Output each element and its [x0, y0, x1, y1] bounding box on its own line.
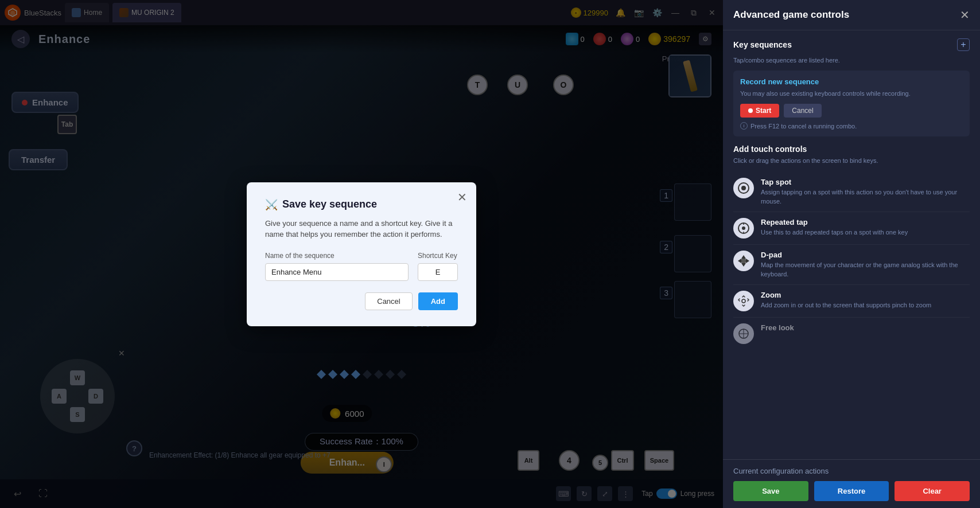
f12-hint: i Press F12 to cancel a running combo.: [740, 122, 963, 130]
game-area: BlueStacks Home MU ORIGIN 2 ● 129990 🔔 📷…: [0, 0, 723, 508]
tap-spot-icon: [733, 178, 754, 198]
clear-config-btn[interactable]: Clear: [895, 481, 970, 501]
repeated-tap-desc: Use this to add repeated taps on a spot …: [761, 228, 970, 237]
freelook-icon: [733, 323, 754, 344]
panel-title: Advanced game controls: [733, 9, 849, 21]
dpad-icon: [733, 251, 754, 271]
freelook-name: Free look: [761, 323, 970, 332]
svg-marker-11: [746, 259, 749, 263]
restore-config-btn[interactable]: Restore: [814, 481, 889, 501]
sequence-name-input[interactable]: [265, 263, 409, 281]
zoom-name: Zoom: [761, 291, 970, 299]
modal-description: Give your sequence a name and a shortcut…: [265, 218, 458, 240]
repeated-tap-icon: [733, 218, 754, 239]
tap-spot-info: Tap spot Assign tapping on a spot with t…: [761, 178, 970, 206]
modal-form: Name of the sequence Shortcut Key: [265, 252, 458, 281]
control-zoom[interactable]: Zoom Add zoom in or out to the screen th…: [733, 285, 970, 318]
info-icon: i: [740, 122, 748, 130]
control-dpad[interactable]: D-pad Map the movement of your character…: [733, 245, 970, 285]
dpad-desc: Map the movement of your character or th…: [761, 261, 970, 279]
modal-close-btn[interactable]: ✕: [457, 190, 467, 204]
svg-point-13: [742, 299, 745, 303]
cca-title: Current configuration actions: [733, 467, 970, 475]
add-touch-controls-desc: Click or drag the actions on the screen …: [733, 157, 970, 164]
modal-actions: Cancel Add: [265, 292, 458, 310]
cancel-recording-btn[interactable]: Cancel: [784, 104, 821, 118]
svg-marker-9: [741, 263, 746, 267]
modal-icon: ⚔️: [265, 198, 278, 211]
panel-body: Key sequences + Tap/combo sequences are …: [723, 30, 980, 459]
freelook-info: Free look: [761, 323, 970, 334]
tap-spot-name: Tap spot: [761, 178, 970, 186]
zoom-desc: Add zoom in or out to the screen that su…: [761, 301, 970, 310]
key-sequences-desc: Tap/combo sequences are listed here.: [733, 57, 970, 64]
key-sequences-title: Key sequences: [733, 40, 792, 49]
zoom-icon: [733, 291, 754, 311]
record-box: Record new sequence You may also use exi…: [733, 71, 970, 136]
svg-point-5: [742, 226, 745, 230]
name-label: Name of the sequence: [265, 252, 409, 260]
zoom-info: Zoom Add zoom in or out to the screen th…: [761, 291, 970, 310]
add-sequence-btn[interactable]: +: [957, 38, 970, 51]
panel-header: Advanced game controls ✕: [723, 0, 980, 30]
start-dot: [748, 108, 753, 113]
dpad-name: D-pad: [761, 251, 970, 259]
save-config-btn[interactable]: Save: [733, 481, 808, 501]
control-freelook[interactable]: Free look: [733, 318, 970, 350]
modal-title: ⚔️ Save key sequence: [265, 198, 458, 211]
repeated-tap-info: Repeated tap Use this to add repeated ta…: [761, 218, 970, 237]
svg-marker-8: [741, 255, 746, 259]
record-actions: Start Cancel: [740, 104, 963, 118]
record-subdesc: You may also use existing keyboard contr…: [740, 89, 963, 98]
save-modal: ⚔️ Save key sequence ✕ Give your sequenc…: [247, 182, 476, 326]
svg-point-3: [741, 186, 746, 190]
add-button[interactable]: Add: [418, 292, 458, 310]
control-repeated-tap[interactable]: Repeated tap Use this to add repeated ta…: [733, 212, 970, 245]
shortcut-label: Shortcut Key: [418, 252, 458, 260]
modal-overlay: ⚔️ Save key sequence ✕ Give your sequenc…: [0, 0, 723, 508]
name-field-group: Name of the sequence: [265, 252, 409, 281]
add-touch-controls-header: Add touch controls: [733, 144, 970, 154]
start-recording-btn[interactable]: Start: [740, 104, 779, 118]
cca-buttons: Save Restore Clear: [733, 481, 970, 501]
svg-rect-12: [741, 259, 746, 263]
shortcut-field-group: Shortcut Key: [418, 252, 458, 281]
cancel-button[interactable]: Cancel: [365, 292, 412, 310]
cca-section: Current configuration actions Save Resto…: [723, 459, 980, 508]
svg-marker-10: [738, 259, 741, 263]
tap-spot-desc: Assign tapping on a spot with this actio…: [761, 188, 970, 206]
key-sequences-header: Key sequences +: [733, 38, 970, 51]
dpad-info: D-pad Map the movement of your character…: [761, 251, 970, 279]
record-link[interactable]: Record new sequence: [740, 77, 963, 86]
panel-close-btn[interactable]: ✕: [960, 8, 970, 22]
shortcut-key-input[interactable]: [418, 263, 458, 281]
right-panel: Advanced game controls ✕ Key sequences +…: [723, 0, 980, 508]
control-tap-spot[interactable]: Tap spot Assign tapping on a spot with t…: [733, 172, 970, 212]
repeated-tap-name: Repeated tap: [761, 218, 970, 226]
